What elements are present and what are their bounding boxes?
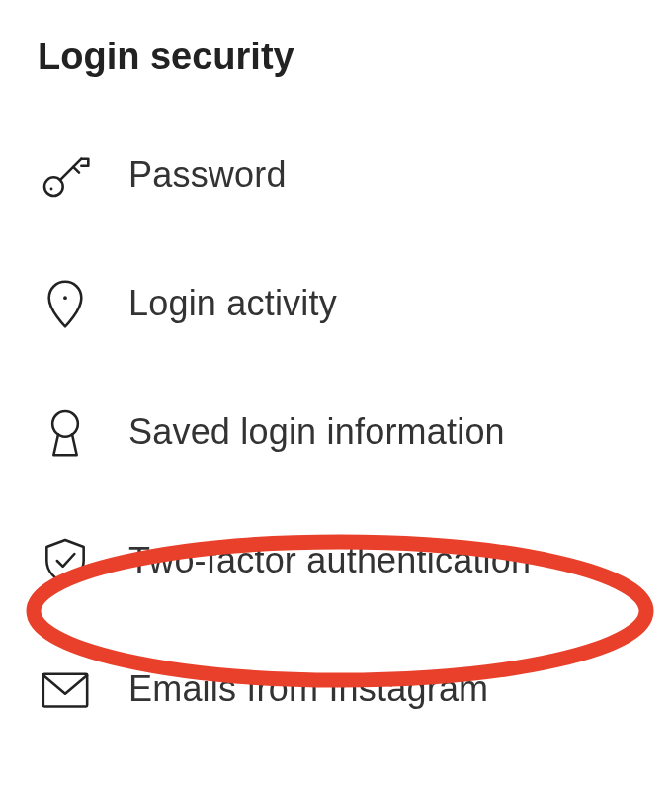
svg-point-1 [50,188,53,191]
menu-item-login-activity[interactable]: Login activity [38,276,672,331]
menu-item-label: Saved login information [128,411,505,453]
menu-item-label: Emails from Instagram [128,668,488,710]
menu-list: Password Login activity Saved login info… [38,147,672,717]
key-icon [38,147,93,203]
svg-line-3 [73,167,79,173]
section-title: Login security [38,36,672,78]
svg-point-4 [63,296,67,300]
menu-item-label: Password [128,154,287,196]
svg-rect-6 [43,674,87,707]
svg-line-2 [60,159,81,180]
svg-point-5 [52,411,78,437]
menu-item-password[interactable]: Password [38,147,672,203]
shield-check-icon [38,533,93,588]
menu-item-label: Two-factor authentication [128,540,531,581]
menu-item-saved-login[interactable]: Saved login information [38,404,672,460]
login-security-section: Login security Password Lo [0,0,672,717]
menu-item-two-factor[interactable]: Two-factor authentication [38,533,672,588]
location-pin-icon [38,276,93,331]
menu-item-label: Login activity [128,283,337,324]
menu-item-emails[interactable]: Emails from Instagram [38,661,672,717]
envelope-icon [38,661,93,717]
keyhole-icon [38,404,93,460]
